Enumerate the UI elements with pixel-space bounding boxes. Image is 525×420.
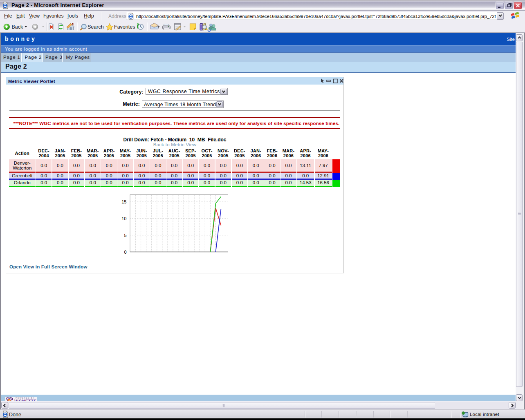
- svg-text:10: 10: [121, 216, 126, 221]
- svg-text:Favorites: Favorites: [114, 24, 135, 30]
- svg-text:Search: Search: [88, 24, 104, 30]
- svg-text:5: 5: [124, 233, 126, 238]
- svg-text:Back: Back: [12, 24, 24, 30]
- svg-text:15: 15: [121, 199, 126, 204]
- svg-text:0: 0: [124, 250, 126, 255]
